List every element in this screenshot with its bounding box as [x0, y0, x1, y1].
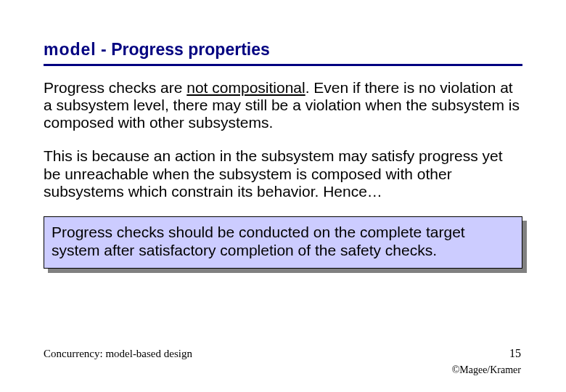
paragraph-1: Progress checks are not compositional. E…: [44, 79, 522, 131]
callout-box-wrap: Progress checks should be conducted on t…: [44, 216, 522, 269]
paragraph-2: This is because an action in the subsyst…: [44, 147, 522, 200]
title-model-word: model: [44, 40, 97, 59]
footer-left: Concurrency: model-based design: [44, 348, 192, 360]
p1-lead: Progress checks are: [44, 79, 186, 96]
p1-underline: not compositional: [186, 79, 305, 96]
footer-copyright: ©Magee/Kramer: [452, 364, 521, 376]
slide: model - Progress properties Progress che…: [0, 0, 566, 392]
page-number: 15: [509, 347, 521, 360]
title-separator: -: [97, 40, 111, 59]
slide-title: model - Progress properties: [44, 40, 522, 66]
title-text: Progress properties: [111, 40, 270, 59]
callout-box: Progress checks should be conducted on t…: [44, 216, 522, 269]
